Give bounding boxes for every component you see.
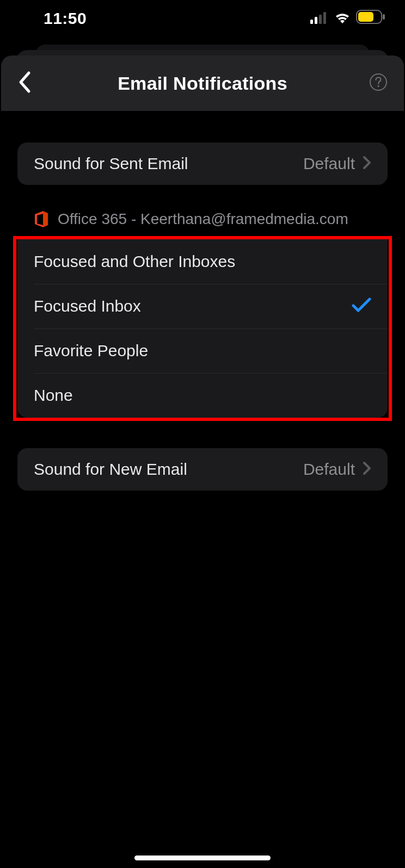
- svg-point-8: [378, 85, 379, 87]
- option-label: Favorite People: [34, 342, 371, 360]
- wifi-icon: [334, 9, 351, 28]
- option-label: Focused Inbox: [34, 297, 352, 315]
- svg-rect-6: [383, 14, 385, 20]
- content-area: Sound for Sent Email Default Office 365 …: [1, 111, 404, 868]
- checkmark-icon: [352, 297, 371, 315]
- navigation-bar: Email Notifications: [1, 55, 404, 111]
- svg-rect-0: [310, 20, 313, 24]
- chevron-right-icon: [363, 461, 371, 478]
- option-favorite-people[interactable]: Favorite People: [17, 328, 388, 373]
- svg-rect-3: [323, 12, 326, 24]
- option-focused-and-other[interactable]: Focused and Other Inboxes: [17, 239, 388, 284]
- office-365-icon: [34, 211, 48, 227]
- row-value: Default: [303, 460, 355, 479]
- back-button[interactable]: [17, 71, 32, 96]
- help-button[interactable]: [369, 73, 388, 94]
- account-section-header: Office 365 - Keerthana@framedmedia.com: [17, 207, 388, 232]
- svg-rect-1: [315, 17, 317, 24]
- row-value: Default: [303, 154, 355, 173]
- status-time: 11:50: [44, 9, 87, 28]
- chevron-left-icon: [17, 71, 32, 94]
- option-label: Focused and Other Inboxes: [34, 252, 371, 271]
- notification-options-list: Focused and Other Inboxes Focused Inbox …: [17, 239, 388, 418]
- status-icons: [310, 9, 385, 28]
- row-label: Sound for New Email: [34, 460, 303, 479]
- page-title: Email Notifications: [118, 73, 287, 94]
- svg-rect-5: [358, 12, 373, 22]
- battery-icon: [356, 9, 385, 28]
- home-indicator: [134, 855, 271, 860]
- help-icon: [369, 73, 388, 91]
- account-label: Office 365 - Keerthana@framedmedia.com: [58, 210, 348, 228]
- option-focused-inbox[interactable]: Focused Inbox: [17, 284, 388, 328]
- notification-options-highlight: Focused and Other Inboxes Focused Inbox …: [13, 236, 392, 421]
- sound-sent-row[interactable]: Sound for Sent Email Default: [17, 142, 388, 185]
- status-bar: 11:50: [0, 0, 405, 37]
- sound-new-row[interactable]: Sound for New Email Default: [17, 448, 388, 491]
- option-none[interactable]: None: [17, 373, 388, 418]
- settings-group: Sound for Sent Email Default: [17, 142, 388, 185]
- cellular-signal-icon: [310, 9, 329, 28]
- chevron-right-icon: [363, 156, 371, 172]
- settings-group: Sound for New Email Default: [17, 448, 388, 491]
- option-label: None: [34, 386, 371, 405]
- row-label: Sound for Sent Email: [34, 154, 303, 173]
- svg-rect-2: [319, 15, 322, 24]
